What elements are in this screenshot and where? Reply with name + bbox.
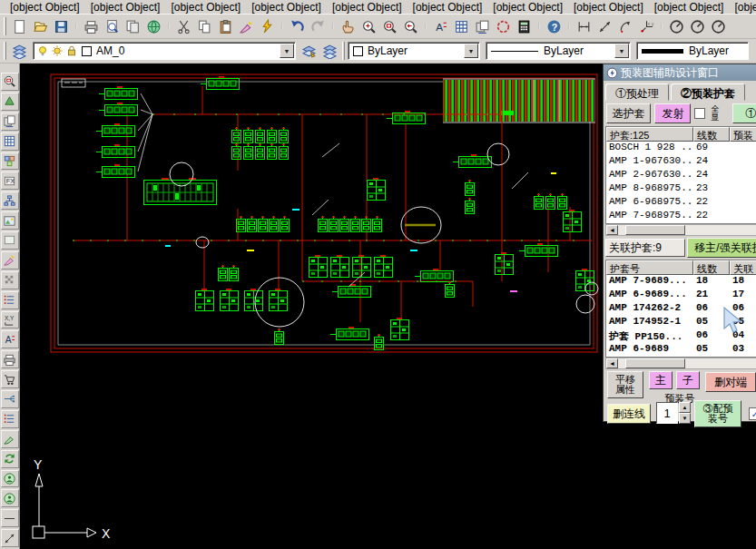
scroll-thumb[interactable] xyxy=(625,225,685,235)
color-combo-arrow[interactable]: ▼ xyxy=(464,44,478,58)
publish-button[interactable] xyxy=(123,16,143,37)
layer-previous-button[interactable] xyxy=(299,41,319,62)
table-button[interactable] xyxy=(451,16,472,37)
toolbar-separator[interactable] xyxy=(72,16,81,37)
toolbar-separator[interactable] xyxy=(421,16,430,37)
toolbar-grip[interactable] xyxy=(342,42,345,60)
menu-item[interactable]: [object Object] xyxy=(568,0,649,15)
polyline-tool[interactable] xyxy=(1,529,19,547)
radius-dimension-button[interactable] xyxy=(687,16,708,37)
xy-coordinate-tool[interactable] xyxy=(1,311,19,329)
zoom-window-tool[interactable] xyxy=(1,73,19,91)
plot-preview-button[interactable] xyxy=(102,16,123,37)
move-main-assoc-button[interactable]: 移主/强关联护套 xyxy=(687,238,756,258)
linetype-combo[interactable]: ByLayer ▼ xyxy=(486,42,631,60)
table-row[interactable]: AMP 6-968975... 22 xyxy=(606,196,756,210)
undo-button[interactable] xyxy=(287,16,308,37)
arrange-button[interactable]: ①排 xyxy=(732,103,756,123)
move-attributes-button[interactable]: 平移属性 xyxy=(607,371,643,398)
arc-dimension-button[interactable] xyxy=(615,16,636,37)
assoc-table-hscrollbar[interactable]: ◄ ► xyxy=(605,358,756,369)
layer-combo-arrow[interactable]: ▼ xyxy=(280,44,294,58)
scroll-left-arrow[interactable]: ◄ xyxy=(606,358,618,368)
triangle-tool[interactable] xyxy=(1,93,19,111)
linetype-combo-arrow[interactable]: ▼ xyxy=(614,44,629,58)
cut-button[interactable] xyxy=(173,16,194,37)
match-properties-button[interactable] xyxy=(236,16,257,37)
cart-tool[interactable] xyxy=(1,370,19,388)
menu-item[interactable]: [object Object] xyxy=(246,0,327,15)
table-edit-tool[interactable] xyxy=(1,330,19,348)
dash-line-tool[interactable] xyxy=(1,509,19,527)
draw-order-button[interactable] xyxy=(472,16,493,37)
recycle-tool[interactable] xyxy=(1,450,19,468)
paste-button[interactable] xyxy=(215,16,236,37)
pattern-tool[interactable] xyxy=(1,271,19,289)
image-tool[interactable] xyxy=(1,211,19,230)
column-header[interactable]: 关联 xyxy=(730,260,756,275)
layer-states-button[interactable] xyxy=(319,41,340,62)
toolbar-separator[interactable] xyxy=(535,16,544,37)
table-row[interactable]: AMP 7-9689... 18 18 xyxy=(606,275,756,289)
tab-preprocess[interactable]: ①预处理 xyxy=(605,83,669,101)
launch-button[interactable]: 发射 xyxy=(654,103,691,123)
toolbar-separator[interactable] xyxy=(329,16,338,37)
web-button[interactable] xyxy=(143,16,164,37)
confirm-checkbox[interactable]: ✓ xyxy=(749,407,756,420)
zoom-previous-button[interactable] xyxy=(400,16,421,37)
menu-item[interactable]: [object Object] xyxy=(729,0,756,15)
table-row[interactable]: AMP 6-9689... 21 17 xyxy=(606,289,756,302)
sheet-tool[interactable] xyxy=(1,113,19,131)
calculator-button[interactable] xyxy=(514,16,535,37)
zoom-window-button[interactable] xyxy=(379,16,400,37)
grid-table-tool[interactable] xyxy=(1,132,19,151)
block-library-tool[interactable] xyxy=(1,152,19,171)
redo-button[interactable] xyxy=(308,16,329,37)
spinner-down-button[interactable]: ▼ xyxy=(679,413,691,424)
column-header[interactable]: 护套号 xyxy=(606,260,693,275)
menu-item[interactable]: [object Object] xyxy=(487,0,568,15)
menu-item[interactable]: [object Object] xyxy=(407,0,488,15)
layer-properties-button[interactable] xyxy=(9,41,30,62)
select-sheath-button[interactable]: 选护套 xyxy=(606,103,651,123)
layer-lock-icon[interactable] xyxy=(65,44,78,57)
pan-button[interactable] xyxy=(338,16,358,37)
column-header[interactable]: 线数 xyxy=(693,260,730,275)
menu-item[interactable]: [object Object] xyxy=(165,0,246,15)
tab-preassemble[interactable]: ②预装护套 xyxy=(671,83,745,101)
show-all-checkbox[interactable] xyxy=(694,108,705,119)
menu-item[interactable]: [object Object] xyxy=(5,0,85,15)
blank-tool[interactable] xyxy=(1,231,19,250)
open-button[interactable] xyxy=(30,16,51,37)
save-button[interactable] xyxy=(51,16,72,37)
assign-preassembly-no-button[interactable]: ③配预装号 xyxy=(694,400,741,427)
toolbar-separator[interactable] xyxy=(657,16,666,37)
toolbar-grip[interactable] xyxy=(4,17,6,35)
delete-connection-button[interactable]: 删连线 xyxy=(607,404,651,424)
revision-cloud-button[interactable] xyxy=(493,16,514,37)
sheath-table-hscrollbar[interactable]: ◄ ► xyxy=(605,224,756,236)
help-button[interactable] xyxy=(544,16,565,37)
copy-button[interactable] xyxy=(194,16,215,37)
panel-title-bar[interactable]: 预装图辅助设计窗口 xyxy=(604,64,756,81)
user-tool[interactable] xyxy=(1,470,19,488)
color-combo[interactable]: ByLayer ▼ xyxy=(348,42,480,60)
print-tool[interactable] xyxy=(1,350,19,368)
structure-tree-tool[interactable] xyxy=(1,191,19,210)
layer-on-icon[interactable] xyxy=(36,44,49,57)
new-button[interactable] xyxy=(9,16,30,37)
toolbar-separator[interactable] xyxy=(278,16,287,37)
delete-opposite-button[interactable]: 删对端 xyxy=(705,372,756,392)
toolbar-separator[interactable] xyxy=(164,16,173,37)
table-row[interactable]: AMP 6-9689 05 03 xyxy=(606,343,756,357)
table-row[interactable]: AMP 2-967630... 24 xyxy=(606,169,756,182)
layer-combo[interactable]: AM_0 ▼ xyxy=(33,42,296,60)
connector-branch-tool[interactable] xyxy=(1,390,19,408)
diameter-dimension-button[interactable] xyxy=(708,16,729,37)
green-brush-tool[interactable] xyxy=(1,430,19,448)
layer-color-swatch[interactable] xyxy=(82,46,92,56)
toolbar-grip[interactable] xyxy=(4,42,6,60)
spinner-value[interactable]: 1 xyxy=(656,402,678,424)
menu-item[interactable]: [object Object] xyxy=(85,0,166,15)
zoom-realtime-button[interactable] xyxy=(358,16,379,37)
